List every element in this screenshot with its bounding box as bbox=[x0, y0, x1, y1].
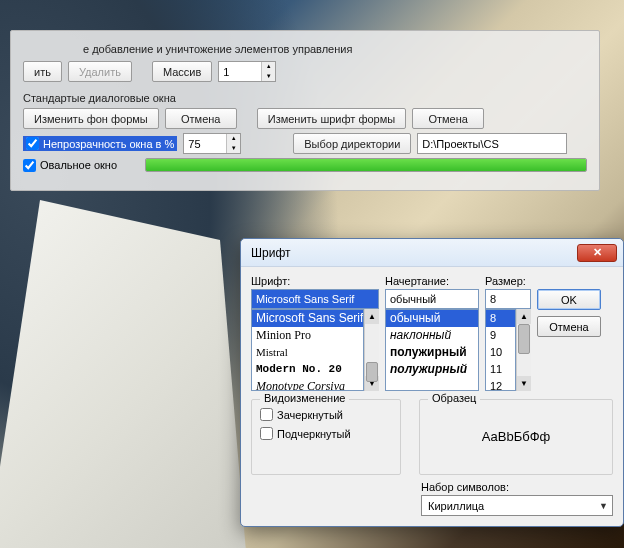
oval-window-checkbox[interactable] bbox=[23, 159, 36, 172]
oval-window-label: Овальное окно bbox=[40, 159, 117, 171]
font-name-input[interactable] bbox=[251, 289, 379, 309]
font-option[interactable]: Microsoft Sans Serif bbox=[252, 310, 363, 327]
choose-directory-button[interactable]: Выбор директории bbox=[293, 133, 411, 154]
array-count-input[interactable] bbox=[219, 62, 261, 81]
charset-label: Набор символов: bbox=[421, 481, 613, 493]
array-button[interactable]: Массив bbox=[152, 61, 212, 82]
font-option[interactable]: Modern No. 20 bbox=[252, 361, 363, 378]
add-button[interactable]: ить bbox=[23, 61, 62, 82]
style-option[interactable]: полужирный bbox=[386, 344, 478, 361]
style-label: Начертание: bbox=[385, 275, 479, 287]
size-input[interactable] bbox=[485, 289, 531, 309]
style-input[interactable] bbox=[385, 289, 479, 309]
font-listbox[interactable]: Microsoft Sans SerifMinion ProMistralMod… bbox=[251, 309, 364, 391]
ok-button[interactable]: OK bbox=[537, 289, 601, 310]
spinner-up[interactable]: ▲ bbox=[262, 62, 275, 72]
close-button[interactable]: ✕ bbox=[577, 244, 617, 262]
opacity-spinner-down[interactable]: ▼ bbox=[227, 144, 240, 154]
font-option[interactable]: Minion Pro bbox=[252, 327, 363, 344]
dialog-title: Шрифт bbox=[251, 246, 290, 260]
array-count-spinner[interactable]: ▲ ▼ bbox=[218, 61, 276, 82]
cancel-font-button[interactable]: Отмена bbox=[412, 108, 484, 129]
scroll-thumb[interactable] bbox=[366, 362, 378, 382]
charset-value: Кириллица bbox=[428, 500, 484, 512]
opacity-spinner[interactable]: ▲ ▼ bbox=[183, 133, 241, 154]
cancel-bg-button[interactable]: Отмена bbox=[165, 108, 237, 129]
size-option[interactable]: 11 bbox=[486, 361, 515, 378]
size-scroll-thumb[interactable] bbox=[518, 324, 530, 354]
directory-field[interactable] bbox=[417, 133, 567, 154]
close-icon: ✕ bbox=[593, 246, 602, 259]
opacity-checkbox[interactable] bbox=[26, 137, 39, 150]
opacity-checkbox-label: Непрозрачность окна в % bbox=[43, 138, 174, 150]
dynamic-controls-label: е добавление и уничтожение элементов упр… bbox=[83, 43, 587, 55]
opacity-checkbox-row[interactable]: Непрозрачность окна в % bbox=[23, 136, 177, 151]
size-option[interactable]: 9 bbox=[486, 327, 515, 344]
size-list-scrollbar[interactable]: ▲ ▼ bbox=[516, 309, 531, 391]
standard-dialogs-label: Стандартые диалоговые окна bbox=[23, 92, 587, 104]
effects-group: Видоизменение Зачеркнутый Подчеркнутый bbox=[251, 399, 401, 475]
size-option[interactable]: 8 bbox=[486, 310, 515, 327]
cancel-button[interactable]: Отмена bbox=[537, 316, 601, 337]
size-option[interactable]: 12 bbox=[486, 378, 515, 391]
change-form-bg-button[interactable]: Изменить фон формы bbox=[23, 108, 159, 129]
progress-bar bbox=[145, 158, 587, 172]
sample-text: АаВbБбФф bbox=[428, 408, 604, 464]
main-form-panel: е добавление и уничтожение элементов упр… bbox=[10, 30, 600, 191]
font-dialog: Шрифт ✕ Шрифт: Microsoft Sans SerifMinio… bbox=[240, 238, 624, 527]
font-list-scrollbar[interactable]: ▲ ▼ bbox=[364, 309, 379, 391]
scroll-up-icon[interactable]: ▲ bbox=[365, 309, 379, 324]
change-form-font-button[interactable]: Изменить шрифт формы bbox=[257, 108, 406, 129]
size-listbox[interactable]: 891011121416 bbox=[485, 309, 516, 391]
font-label: Шрифт: bbox=[251, 275, 379, 287]
chevron-down-icon: ▼ bbox=[599, 501, 608, 511]
size-option[interactable]: 10 bbox=[486, 344, 515, 361]
underline-checkbox-row[interactable]: Подчеркнутый bbox=[260, 427, 392, 440]
strikeout-label: Зачеркнутый bbox=[277, 409, 343, 421]
style-option[interactable]: обычный bbox=[386, 310, 478, 327]
style-listbox[interactable]: обычныйнаклонныйполужирныйполужирный bbox=[385, 309, 479, 391]
strikeout-checkbox-row[interactable]: Зачеркнутый bbox=[260, 408, 392, 421]
size-label: Размер: bbox=[485, 275, 531, 287]
style-option[interactable]: наклонный bbox=[386, 327, 478, 344]
progress-fill bbox=[146, 159, 586, 171]
sample-group: Образец АаВbБбФф bbox=[419, 399, 613, 475]
style-option[interactable]: полужирный bbox=[386, 361, 478, 378]
effects-legend: Видоизменение bbox=[260, 392, 349, 404]
spinner-down[interactable]: ▼ bbox=[262, 72, 275, 82]
oval-window-checkbox-row[interactable]: Овальное окно bbox=[23, 159, 117, 172]
charset-dropdown[interactable]: Кириллица ▼ bbox=[421, 495, 613, 516]
size-scroll-down-icon[interactable]: ▼ bbox=[517, 376, 531, 391]
sample-legend: Образец bbox=[428, 392, 480, 404]
font-option[interactable]: Monotype Corsiva bbox=[252, 378, 363, 391]
opacity-input[interactable] bbox=[184, 134, 226, 153]
size-scroll-up-icon[interactable]: ▲ bbox=[517, 309, 531, 324]
strikeout-checkbox[interactable] bbox=[260, 408, 273, 421]
opacity-spinner-up[interactable]: ▲ bbox=[227, 134, 240, 144]
dialog-titlebar[interactable]: Шрифт ✕ bbox=[241, 239, 623, 267]
underline-label: Подчеркнутый bbox=[277, 428, 351, 440]
font-option[interactable]: Mistral bbox=[252, 344, 363, 361]
delete-button[interactable]: Удалить bbox=[68, 61, 132, 82]
underline-checkbox[interactable] bbox=[260, 427, 273, 440]
